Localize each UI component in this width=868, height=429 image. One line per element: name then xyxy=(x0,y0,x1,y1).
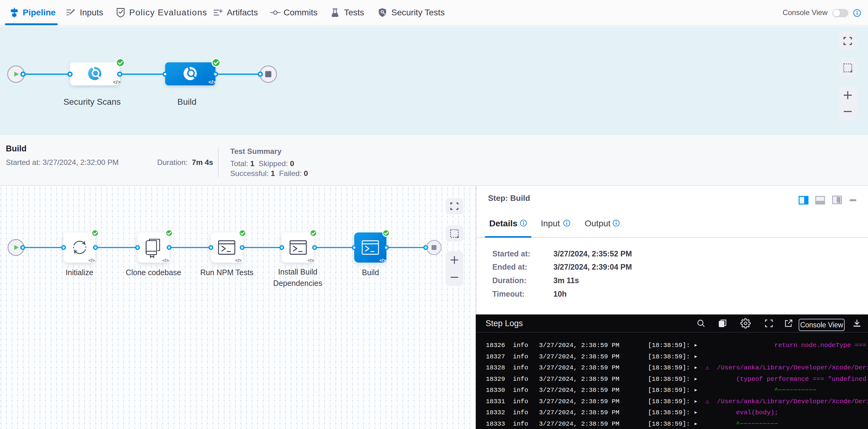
svg-text:</>: </> xyxy=(379,258,386,263)
svg-text:</>: </> xyxy=(235,258,242,263)
svg-text:</>: </> xyxy=(208,79,216,85)
svg-text:</>: </> xyxy=(113,79,121,85)
svg-text:</>: </> xyxy=(162,258,169,263)
svg-text:</>: </> xyxy=(308,258,314,263)
svg-text:</>: </> xyxy=(88,258,95,263)
